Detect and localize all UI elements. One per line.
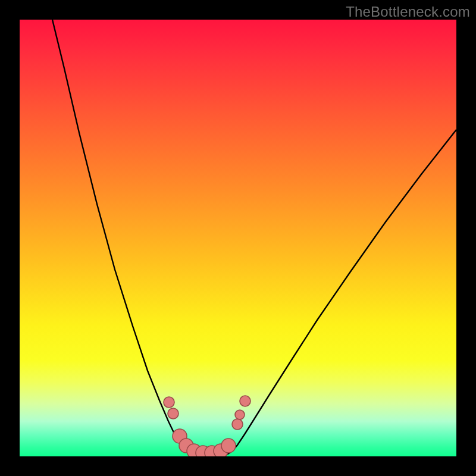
bead bbox=[240, 396, 250, 406]
bead-group bbox=[164, 396, 250, 456]
bead bbox=[235, 410, 245, 419]
bead bbox=[232, 419, 243, 430]
bead bbox=[168, 408, 178, 419]
outer-frame: TheBottleneck.com bbox=[0, 0, 476, 476]
plot-area bbox=[20, 20, 456, 456]
bead bbox=[221, 439, 236, 453]
curve-layer bbox=[20, 20, 456, 456]
watermark-text: TheBottleneck.com bbox=[346, 4, 470, 20]
left-curve bbox=[52, 20, 210, 456]
right-curve bbox=[210, 130, 456, 456]
bead bbox=[164, 397, 174, 408]
